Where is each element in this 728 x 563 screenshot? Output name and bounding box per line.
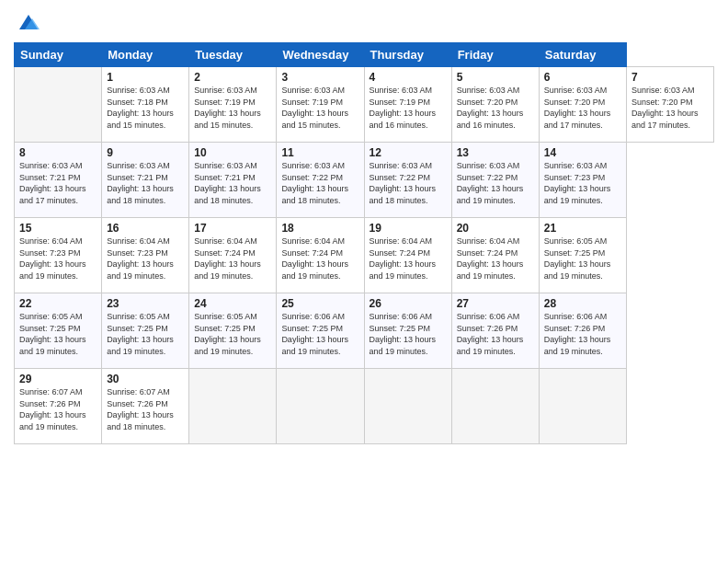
day-number: 15 — [19, 222, 97, 235]
calendar-cell: 18Sunrise: 6:04 AMSunset: 7:24 PMDayligh… — [277, 218, 364, 293]
calendar-cell: 16Sunrise: 6:04 AMSunset: 7:23 PMDayligh… — [102, 218, 189, 293]
day-number: 28 — [544, 297, 621, 310]
calendar: SundayMondayTuesdayWednesdayThursdayFrid… — [14, 42, 714, 444]
day-number: 26 — [370, 297, 447, 310]
day-number: 21 — [544, 222, 621, 235]
day-info: Sunrise: 6:03 AMSunset: 7:22 PMDaylight:… — [457, 160, 534, 206]
day-number: 9 — [107, 146, 184, 159]
day-number: 8 — [19, 146, 97, 159]
header — [14, 9, 714, 35]
calendar-cell: 14Sunrise: 6:03 AMSunset: 7:23 PMDayligh… — [539, 143, 626, 218]
day-info: Sunrise: 6:06 AMSunset: 7:25 PMDaylight:… — [370, 311, 447, 357]
day-number: 3 — [281, 71, 358, 84]
day-info: Sunrise: 6:04 AMSunset: 7:23 PMDaylight:… — [107, 236, 184, 282]
calendar-cell: 20Sunrise: 6:04 AMSunset: 7:24 PMDayligh… — [451, 218, 539, 293]
calendar-cell: 21Sunrise: 6:05 AMSunset: 7:25 PMDayligh… — [539, 218, 626, 293]
day-number: 29 — [19, 373, 97, 385]
day-header-wednesday: Wednesday — [277, 43, 364, 67]
day-info: Sunrise: 6:03 AMSunset: 7:21 PMDaylight:… — [107, 160, 184, 206]
calendar-cell — [189, 369, 277, 444]
day-info: Sunrise: 6:04 AMSunset: 7:24 PMDaylight:… — [457, 236, 534, 282]
day-number: 23 — [107, 297, 184, 310]
calendar-header-row: SundayMondayTuesdayWednesdayThursdayFrid… — [15, 43, 714, 67]
calendar-cell: 12Sunrise: 6:03 AMSunset: 7:22 PMDayligh… — [364, 143, 451, 218]
day-number: 4 — [370, 71, 447, 84]
day-info: Sunrise: 6:05 AMSunset: 7:25 PMDaylight:… — [544, 236, 621, 282]
day-info: Sunrise: 6:05 AMSunset: 7:25 PMDaylight:… — [107, 311, 184, 357]
day-info: Sunrise: 6:04 AMSunset: 7:24 PMDaylight:… — [194, 236, 271, 282]
calendar-cell: 7Sunrise: 6:03 AMSunset: 7:20 PMDaylight… — [626, 67, 713, 143]
day-info: Sunrise: 6:06 AMSunset: 7:25 PMDaylight:… — [281, 311, 358, 357]
calendar-cell: 13Sunrise: 6:03 AMSunset: 7:22 PMDayligh… — [451, 143, 539, 218]
day-info: Sunrise: 6:03 AMSunset: 7:23 PMDaylight:… — [544, 160, 621, 206]
calendar-week-4: 29Sunrise: 6:07 AMSunset: 7:26 PMDayligh… — [15, 369, 714, 444]
day-number: 19 — [370, 222, 447, 235]
day-info: Sunrise: 6:07 AMSunset: 7:26 PMDaylight:… — [107, 386, 184, 432]
day-header-saturday: Saturday — [539, 43, 626, 67]
calendar-cell: 3Sunrise: 6:03 AMSunset: 7:19 PMDaylight… — [277, 67, 364, 143]
day-info: Sunrise: 6:03 AMSunset: 7:19 PMDaylight:… — [370, 85, 447, 131]
day-number: 17 — [194, 222, 271, 235]
day-header-thursday: Thursday — [364, 43, 451, 67]
day-info: Sunrise: 6:07 AMSunset: 7:26 PMDaylight:… — [19, 386, 97, 432]
day-number: 27 — [457, 297, 534, 310]
day-header-friday: Friday — [451, 43, 539, 67]
calendar-cell: 27Sunrise: 6:06 AMSunset: 7:26 PMDayligh… — [451, 293, 539, 369]
calendar-cell: 22Sunrise: 6:05 AMSunset: 7:25 PMDayligh… — [15, 293, 102, 369]
day-number: 25 — [281, 297, 358, 310]
day-number: 12 — [370, 146, 447, 159]
calendar-cell: 29Sunrise: 6:07 AMSunset: 7:26 PMDayligh… — [15, 369, 102, 444]
day-number: 18 — [281, 222, 358, 235]
calendar-cell: 17Sunrise: 6:04 AMSunset: 7:24 PMDayligh… — [189, 218, 277, 293]
day-info: Sunrise: 6:03 AMSunset: 7:20 PMDaylight:… — [631, 85, 709, 131]
day-number: 5 — [457, 71, 534, 84]
calendar-cell: 24Sunrise: 6:05 AMSunset: 7:25 PMDayligh… — [189, 293, 277, 369]
day-info: Sunrise: 6:03 AMSunset: 7:20 PMDaylight:… — [457, 85, 534, 131]
calendar-cell — [364, 369, 451, 444]
calendar-cell: 5Sunrise: 6:03 AMSunset: 7:20 PMDaylight… — [451, 67, 539, 143]
empty-cell — [15, 67, 102, 143]
day-info: Sunrise: 6:03 AMSunset: 7:22 PMDaylight:… — [281, 160, 358, 206]
day-header-sunday: Sunday — [15, 43, 102, 67]
day-number: 20 — [457, 222, 534, 235]
day-number: 13 — [457, 146, 534, 159]
calendar-cell — [277, 369, 364, 444]
calendar-cell: 8Sunrise: 6:03 AMSunset: 7:21 PMDaylight… — [15, 143, 102, 218]
day-info: Sunrise: 6:03 AMSunset: 7:18 PMDaylight:… — [107, 85, 184, 131]
calendar-cell — [539, 369, 626, 444]
calendar-cell: 1Sunrise: 6:03 AMSunset: 7:18 PMDaylight… — [102, 67, 189, 143]
logo-icon — [16, 9, 41, 35]
day-header-monday: Monday — [102, 43, 189, 67]
calendar-cell: 6Sunrise: 6:03 AMSunset: 7:20 PMDaylight… — [539, 67, 626, 143]
day-info: Sunrise: 6:04 AMSunset: 7:23 PMDaylight:… — [19, 236, 97, 282]
day-number: 1 — [107, 71, 184, 84]
logo — [14, 9, 41, 35]
day-info: Sunrise: 6:06 AMSunset: 7:26 PMDaylight:… — [457, 311, 534, 357]
day-info: Sunrise: 6:05 AMSunset: 7:25 PMDaylight:… — [194, 311, 271, 357]
calendar-week-0: 1Sunrise: 6:03 AMSunset: 7:18 PMDaylight… — [15, 67, 714, 143]
day-number: 11 — [281, 146, 358, 159]
day-info: Sunrise: 6:03 AMSunset: 7:19 PMDaylight:… — [194, 85, 271, 131]
calendar-cell: 11Sunrise: 6:03 AMSunset: 7:22 PMDayligh… — [277, 143, 364, 218]
day-info: Sunrise: 6:04 AMSunset: 7:24 PMDaylight:… — [281, 236, 358, 282]
day-info: Sunrise: 6:06 AMSunset: 7:26 PMDaylight:… — [544, 311, 621, 357]
page: SundayMondayTuesdayWednesdayThursdayFrid… — [0, 0, 728, 563]
day-number: 16 — [107, 222, 184, 235]
day-header-tuesday: Tuesday — [189, 43, 277, 67]
calendar-cell: 28Sunrise: 6:06 AMSunset: 7:26 PMDayligh… — [539, 293, 626, 369]
day-info: Sunrise: 6:03 AMSunset: 7:22 PMDaylight:… — [370, 160, 447, 206]
calendar-week-1: 8Sunrise: 6:03 AMSunset: 7:21 PMDaylight… — [15, 143, 714, 218]
day-number: 7 — [631, 71, 709, 84]
calendar-cell: 9Sunrise: 6:03 AMSunset: 7:21 PMDaylight… — [102, 143, 189, 218]
calendar-cell: 25Sunrise: 6:06 AMSunset: 7:25 PMDayligh… — [277, 293, 364, 369]
day-info: Sunrise: 6:05 AMSunset: 7:25 PMDaylight:… — [19, 311, 97, 357]
calendar-cell: 2Sunrise: 6:03 AMSunset: 7:19 PMDaylight… — [189, 67, 277, 143]
day-info: Sunrise: 6:03 AMSunset: 7:21 PMDaylight:… — [19, 160, 97, 206]
day-number: 24 — [194, 297, 271, 310]
calendar-cell: 23Sunrise: 6:05 AMSunset: 7:25 PMDayligh… — [102, 293, 189, 369]
calendar-cell — [451, 369, 539, 444]
day-number: 6 — [544, 71, 621, 84]
day-number: 2 — [194, 71, 271, 84]
day-info: Sunrise: 6:04 AMSunset: 7:24 PMDaylight:… — [370, 236, 447, 282]
day-info: Sunrise: 6:03 AMSunset: 7:19 PMDaylight:… — [281, 85, 358, 131]
